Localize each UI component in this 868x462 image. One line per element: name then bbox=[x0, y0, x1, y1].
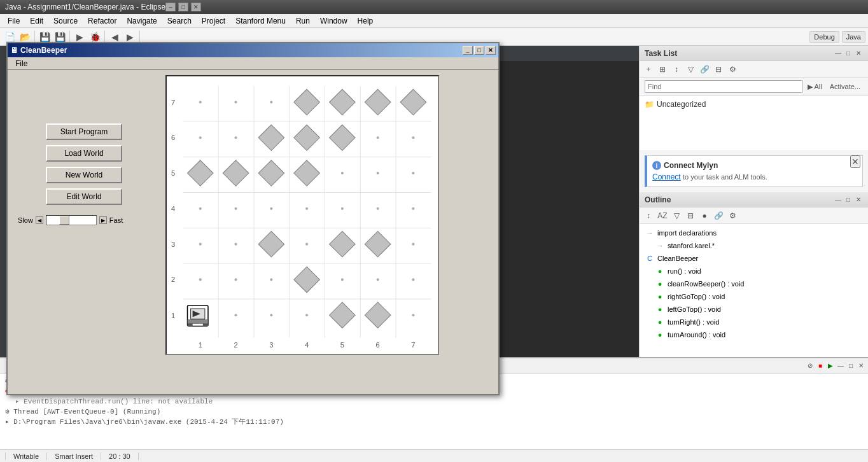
java-perspective-label[interactable]: Java bbox=[842, 31, 865, 43]
outline-imports-icon: → bbox=[645, 228, 655, 238]
task-filter-button[interactable]: ▽ bbox=[684, 63, 697, 76]
svg-point-42 bbox=[305, 207, 308, 210]
status-insert: Smart Insert bbox=[47, 452, 101, 460]
outline-item-imports[interactable]: → import declarations bbox=[642, 227, 865, 239]
task-list-header: Task List — □ ✕ bbox=[640, 46, 868, 61]
console-line-3: ▸ EventDispatchThread.run() line: not av… bbox=[5, 396, 863, 407]
outline-dot-button[interactable]: ● bbox=[698, 209, 711, 222]
task-all-filter[interactable]: ▶ All bbox=[805, 81, 825, 92]
cb-title-bar: 🖥 CleanBeeper _ □ ✕ bbox=[8, 43, 498, 57]
minimize-button[interactable]: – bbox=[165, 3, 176, 11]
cb-menu-bar: File bbox=[8, 57, 498, 70]
outline-cleanrow-label: cleanRowBeeper() : void bbox=[668, 280, 744, 288]
cb-maximize-button[interactable]: □ bbox=[474, 46, 484, 55]
connect-close-button[interactable]: ✕ bbox=[850, 155, 860, 168]
new-world-button[interactable]: New World bbox=[46, 167, 122, 183]
task-settings-button[interactable]: ⚙ bbox=[726, 63, 739, 76]
svg-point-47 bbox=[235, 243, 237, 246]
outline-sort2-button[interactable]: AZ bbox=[656, 209, 669, 222]
edit-world-button[interactable]: Edit World bbox=[46, 188, 122, 205]
menu-project[interactable]: Project bbox=[197, 15, 230, 27]
menu-search[interactable]: Search bbox=[162, 15, 197, 27]
task-sort-button[interactable]: ↕ bbox=[670, 63, 683, 76]
outline-item-turnright[interactable]: ● turnRight() : void bbox=[652, 316, 865, 328]
console-minimize-button[interactable]: — bbox=[836, 361, 845, 370]
task-link-button[interactable]: 🔗 bbox=[698, 63, 711, 76]
menu-source[interactable]: Source bbox=[48, 15, 83, 27]
task-activate-btn[interactable]: Activate... bbox=[827, 81, 863, 92]
outline-collapse-button[interactable]: ⊟ bbox=[684, 209, 697, 222]
console-run-button[interactable]: ▶ bbox=[826, 361, 835, 370]
cb-left-panel: Start Program Load World New World Edit … bbox=[8, 70, 160, 393]
svg-point-29 bbox=[270, 101, 272, 104]
task-collapse-button[interactable]: ⊟ bbox=[712, 63, 725, 76]
connect-link[interactable]: Connect bbox=[652, 172, 681, 181]
svg-point-43 bbox=[341, 207, 344, 210]
console-stop-button[interactable]: ■ bbox=[816, 361, 825, 370]
menu-navigate[interactable]: Navigate bbox=[122, 15, 162, 27]
task-list-maximize-button[interactable]: □ bbox=[844, 49, 853, 58]
svg-point-45 bbox=[412, 207, 414, 210]
outline-maximize-button[interactable]: □ bbox=[844, 195, 853, 204]
cb-minimize-button[interactable]: _ bbox=[463, 46, 473, 55]
cb-body: Start Program Load World New World Edit … bbox=[8, 70, 498, 393]
menu-window[interactable]: Window bbox=[315, 15, 353, 27]
menu-file[interactable]: File bbox=[3, 15, 25, 27]
speed-left-arrow[interactable]: ◀ bbox=[36, 216, 43, 224]
svg-point-55 bbox=[412, 278, 414, 281]
console-clear-button[interactable]: ⊘ bbox=[806, 361, 815, 370]
svg-point-54 bbox=[377, 278, 379, 281]
cb-file-menu[interactable]: File bbox=[10, 58, 32, 69]
title-bar: Java - Assignment1/CleanBeeper.java - Ec… bbox=[0, 0, 868, 14]
world-grid[interactable]: 7 6 5 4 3 2 1 1 2 3 4 5 6 7 bbox=[165, 75, 439, 355]
menu-refactor[interactable]: Refactor bbox=[83, 15, 122, 27]
cleanbeeper-window: 🖥 CleanBeeper _ □ ✕ File Start Program L… bbox=[6, 42, 500, 395]
debug-perspective-label[interactable]: Debug bbox=[809, 31, 839, 43]
outline-settings-button[interactable]: ⚙ bbox=[726, 209, 739, 222]
svg-point-50 bbox=[199, 278, 202, 281]
speed-right-arrow[interactable]: ▶ bbox=[99, 216, 107, 224]
menu-help[interactable]: Help bbox=[353, 15, 379, 27]
task-grid-button[interactable]: ⊞ bbox=[656, 63, 669, 76]
menu-stanford[interactable]: Stanford Menu bbox=[230, 15, 291, 27]
maximize-button[interactable]: □ bbox=[178, 3, 188, 11]
task-category-icon: 📁 bbox=[645, 100, 654, 109]
console-close-button[interactable]: ✕ bbox=[857, 361, 865, 370]
outline-sort-button[interactable]: ↕ bbox=[642, 209, 655, 222]
outline-item-class[interactable]: C CleanBeeper bbox=[642, 252, 865, 265]
outline-item-turnaround[interactable]: ● turnAround() : void bbox=[652, 328, 865, 341]
outline-minimize-button[interactable]: — bbox=[834, 195, 843, 204]
svg-text:4: 4 bbox=[171, 205, 175, 213]
outline-item-leftgotop[interactable]: ● leftGoTop() : void bbox=[652, 303, 865, 316]
outline-item-cleanrow[interactable]: ● cleanRowBeeper() : void bbox=[652, 277, 865, 290]
svg-point-31 bbox=[199, 136, 202, 139]
speed-control: Slow ◀ ▶ Fast bbox=[18, 215, 123, 225]
start-program-button[interactable]: Start Program bbox=[46, 123, 122, 140]
task-category-item[interactable]: 📁 Uncategorized bbox=[642, 99, 865, 110]
outline-link-button[interactable]: 🔗 bbox=[712, 209, 725, 222]
svg-text:6: 6 bbox=[376, 341, 380, 349]
load-world-button[interactable]: Load World bbox=[46, 145, 122, 162]
cb-close-button[interactable]: ✕ bbox=[486, 46, 496, 55]
outline-item-rightgotop[interactable]: ● rightGoTop() : void bbox=[652, 290, 865, 303]
outline-close-button[interactable]: ✕ bbox=[854, 195, 863, 204]
menu-edit[interactable]: Edit bbox=[25, 15, 48, 27]
task-list-close-button[interactable]: ✕ bbox=[854, 49, 863, 58]
outline-filter-button[interactable]: ▽ bbox=[670, 209, 683, 222]
task-new-button[interactable]: + bbox=[642, 63, 655, 76]
speed-thumb[interactable] bbox=[59, 216, 69, 225]
svg-point-56 bbox=[235, 314, 237, 316]
status-writable: Writable bbox=[5, 452, 47, 460]
toolbar-separator-4 bbox=[139, 31, 140, 43]
outline-item-run[interactable]: ● run() : void bbox=[652, 265, 865, 277]
outline-item-stanford[interactable]: → stanford.karel.* bbox=[652, 239, 865, 252]
svg-point-58 bbox=[305, 314, 308, 316]
connect-description: to your task and ALM tools. bbox=[683, 173, 767, 181]
task-search-input[interactable] bbox=[645, 80, 802, 93]
console-maximize-button[interactable]: □ bbox=[846, 361, 855, 370]
task-list-minimize-button[interactable]: — bbox=[834, 49, 843, 58]
close-button[interactable]: ✕ bbox=[191, 3, 201, 11]
task-search-bar: ▶ All Activate... bbox=[640, 78, 868, 96]
speed-track[interactable] bbox=[46, 215, 97, 225]
menu-run[interactable]: Run bbox=[291, 15, 315, 27]
